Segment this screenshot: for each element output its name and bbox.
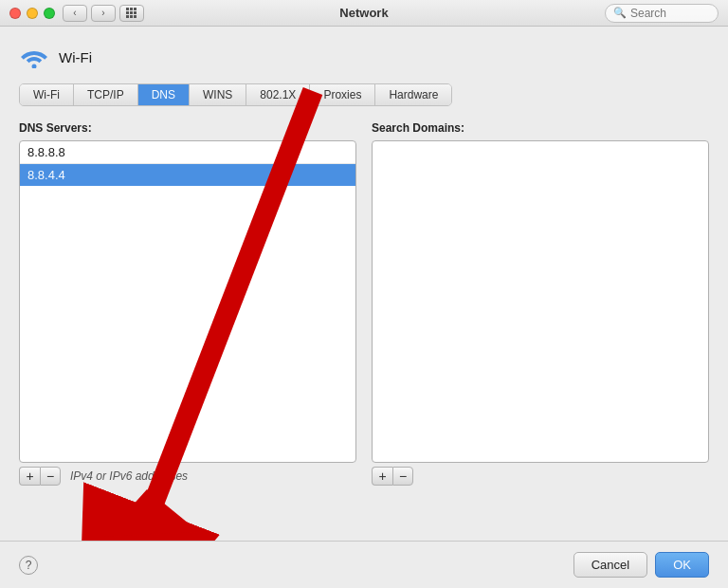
- svg-rect-3: [126, 11, 129, 14]
- minimize-button[interactable]: [27, 8, 38, 19]
- main-panel: DNS Servers: 8.8.8.8 8.8.4.4 + − IPv4 or…: [19, 121, 709, 486]
- dns-hint: IPv4 or IPv6 addresses: [70, 469, 188, 483]
- grid-button[interactable]: [119, 5, 144, 22]
- dns-entry-1[interactable]: 8.8.8.8: [20, 141, 355, 164]
- titlebar: ‹ › Network 🔍: [0, 0, 728, 27]
- svg-rect-7: [130, 15, 133, 18]
- svg-rect-4: [130, 11, 133, 14]
- nav-buttons: ‹ ›: [63, 5, 116, 22]
- wifi-header: Wi-Fi: [19, 42, 709, 72]
- dns-servers-list[interactable]: 8.8.8.8 8.8.4.4: [19, 140, 356, 463]
- close-button[interactable]: [9, 8, 21, 19]
- help-button[interactable]: ?: [19, 556, 38, 575]
- wifi-label: Wi-Fi: [59, 49, 92, 65]
- dns-add-button[interactable]: +: [19, 467, 40, 486]
- footer: ? Cancel OK: [0, 541, 728, 588]
- svg-rect-1: [130, 8, 133, 10]
- tab-tcpip[interactable]: TCP/IP: [74, 84, 138, 105]
- search-domains-label: Search Domains:: [372, 121, 709, 135]
- tab-8021x[interactable]: 802.1X: [246, 84, 310, 105]
- svg-rect-0: [126, 8, 129, 10]
- svg-rect-6: [126, 15, 129, 18]
- dns-servers-section: DNS Servers: 8.8.8.8 8.8.4.4 + − IPv4 or…: [19, 121, 356, 486]
- content-area: Wi-Fi Wi-Fi TCP/IP DNS WINS 802.1X Proxi…: [0, 27, 728, 501]
- domains-controls: + −: [372, 467, 709, 486]
- tabs-bar: Wi-Fi TCP/IP DNS WINS 802.1X Proxies Har…: [19, 83, 452, 106]
- traffic-lights: [9, 8, 55, 19]
- dns-entry-2[interactable]: 8.8.4.4: [20, 164, 355, 186]
- search-input[interactable]: [630, 7, 716, 20]
- search-domains-section: Search Domains: + −: [372, 121, 709, 486]
- search-box[interactable]: 🔍: [605, 4, 719, 23]
- svg-point-12: [32, 64, 37, 69]
- window-title: Network: [339, 6, 388, 20]
- tab-dns[interactable]: DNS: [138, 84, 190, 105]
- svg-rect-5: [134, 11, 136, 14]
- svg-rect-8: [134, 15, 136, 18]
- tab-hardware[interactable]: Hardware: [375, 84, 451, 105]
- tab-wins[interactable]: WINS: [190, 84, 246, 105]
- domains-add-button[interactable]: +: [372, 467, 392, 486]
- dns-controls: + − IPv4 or IPv6 addresses: [19, 467, 356, 486]
- dns-remove-button[interactable]: −: [40, 467, 61, 486]
- tab-proxies[interactable]: Proxies: [310, 84, 375, 105]
- footer-actions: Cancel OK: [573, 552, 709, 578]
- cancel-button[interactable]: Cancel: [573, 552, 647, 578]
- maximize-button[interactable]: [44, 8, 55, 19]
- domains-remove-button[interactable]: −: [392, 467, 413, 486]
- tab-wifi[interactable]: Wi-Fi: [20, 84, 74, 105]
- search-domains-list[interactable]: [372, 140, 709, 463]
- ok-button[interactable]: OK: [655, 552, 709, 578]
- dns-servers-label: DNS Servers:: [19, 121, 356, 135]
- wifi-icon: [19, 42, 49, 72]
- main-area: Wi-Fi Wi-Fi TCP/IP DNS WINS 802.1X Proxi…: [0, 27, 728, 501]
- svg-rect-2: [134, 8, 136, 10]
- back-button[interactable]: ‹: [63, 5, 87, 22]
- forward-button[interactable]: ›: [91, 5, 116, 22]
- search-icon: 🔍: [613, 7, 627, 19]
